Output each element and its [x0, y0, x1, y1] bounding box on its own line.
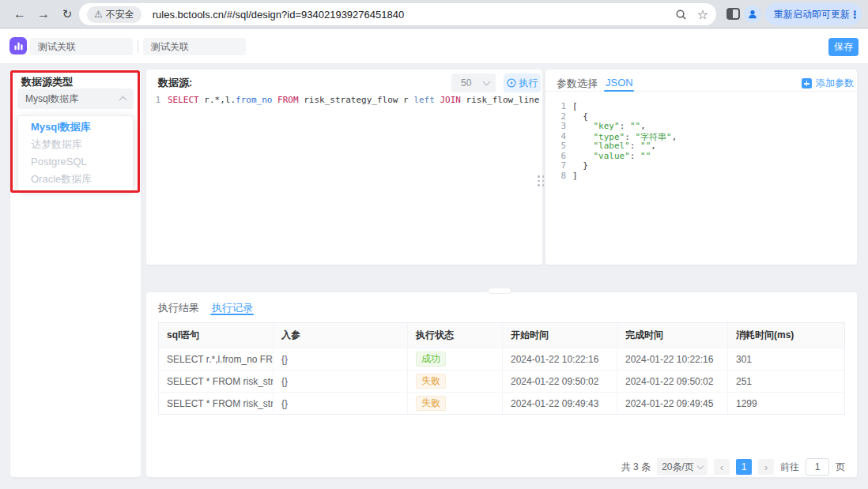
- row-limit-value: 50: [461, 77, 471, 88]
- option-dameng[interactable]: 达梦数据库: [18, 136, 133, 153]
- header-divider: [138, 40, 138, 53]
- active-tab-underline: [604, 90, 634, 92]
- status-badge: 失败: [416, 396, 446, 411]
- page-size-value: 20条/页: [662, 461, 694, 474]
- tab-exec-result[interactable]: 执行结果: [158, 301, 199, 315]
- person-icon: [747, 9, 758, 20]
- json-line: 6 "value": "": [545, 151, 857, 161]
- sql-token: from_no: [236, 95, 277, 105]
- page-size-select[interactable]: 20条/页: [657, 458, 708, 476]
- back-icon[interactable]: ←: [9, 4, 30, 24]
- page-1-button[interactable]: 1: [736, 459, 752, 475]
- relaunch-update-button[interactable]: 重新启动即可更新 ⋮: [765, 3, 862, 25]
- col-sql: sql语句: [159, 323, 274, 348]
- prev-page-button[interactable]: ‹: [714, 459, 730, 475]
- app-header: 保存: [0, 29, 868, 63]
- json-editor[interactable]: 1[ 2 { 3 "key": "", 4 "type": "字符串", 5 "…: [545, 101, 857, 180]
- params-panel: 参数选择 JSON 添加参数 1[ 2 { 3 "key": "", 4 "ty…: [545, 70, 857, 265]
- chevron-down-icon: [483, 78, 491, 86]
- status-badge: 成功: [416, 352, 446, 367]
- pagination: 共 3 条 20条/页 ‹ 1 › 前往 页: [621, 457, 845, 476]
- sql-token: risk_flow_line l: [466, 95, 556, 105]
- forward-icon[interactable]: →: [33, 4, 54, 24]
- json-line: 1[: [545, 101, 857, 111]
- option-postgresql[interactable]: PostgreSQL: [18, 153, 133, 171]
- panel-splitter-handle[interactable]: [538, 175, 545, 188]
- warning-icon: ⚠: [94, 9, 103, 20]
- json-line: 5 "label": "",: [545, 141, 857, 151]
- row-limit-select[interactable]: 50: [451, 73, 496, 92]
- datasource-dropdown: Mysql数据库 达梦数据库 PostgreSQL Oracle数据库: [17, 115, 134, 191]
- json-line: 4 "type": "字符串",: [545, 131, 857, 141]
- browser-toolbar: ← → ↻ ⚠ 不安全 rules.bctools.cn/#/sql/desig…: [0, 0, 868, 28]
- results-panel: 执行结果 执行记录 sql语句 入参 执行状态 开始时间 完成时间 消耗时间(m…: [146, 292, 857, 477]
- table-row: SELECT r.*,l.from_no FROM r... {} 成功 202…: [159, 348, 844, 370]
- play-circle-icon: [507, 78, 516, 88]
- url-text: rules.bctools.cn/#/sql/design?id=9340219…: [153, 9, 669, 21]
- tab-json[interactable]: JSON: [606, 77, 633, 88]
- table-row: SELECT * FROM risk_strateg... {} 失败 2024…: [159, 392, 844, 414]
- goto-unit: 页: [836, 461, 845, 474]
- execute-button[interactable]: 执行: [504, 73, 541, 92]
- datasource-select[interactable]: Mysql数据库: [17, 88, 134, 109]
- datasource-select-value: Mysql数据库: [25, 92, 78, 106]
- rule-name-input[interactable]: [30, 38, 133, 55]
- datasource-sidebar: 数据源类型 Mysql数据库 Mysql数据库 达梦数据库 PostgreSQL…: [10, 70, 141, 477]
- status-badge: 失败: [416, 374, 446, 389]
- col-cost: 消耗时间(ms): [728, 323, 844, 348]
- bookmark-star-icon[interactable]: ☆: [697, 7, 708, 22]
- chevron-down-icon: [697, 462, 704, 468]
- sql-token: risk_strategy_flow r: [304, 95, 413, 105]
- history-table: sql语句 入参 执行状态 开始时间 完成时间 消耗时间(ms) SELECT …: [158, 322, 845, 415]
- search-icon[interactable]: [675, 9, 687, 21]
- goto-page-input[interactable]: [806, 458, 829, 476]
- plus-icon: [802, 78, 812, 88]
- side-panel-icon[interactable]: [726, 8, 740, 20]
- json-line: 7 }: [545, 160, 857, 171]
- col-status: 执行状态: [408, 323, 503, 348]
- option-oracle[interactable]: Oracle数据库: [18, 171, 133, 188]
- table-header-row: sql语句 入参 执行状态 开始时间 完成时间 消耗时间(ms): [159, 323, 844, 348]
- rule-name-input-secondary[interactable]: [143, 38, 246, 55]
- profile-avatar[interactable]: [744, 6, 761, 23]
- sql-token: FROM: [277, 95, 304, 105]
- relaunch-update-label: 重新启动即可更新: [774, 8, 850, 21]
- col-end-time: 完成时间: [617, 323, 728, 348]
- reload-icon[interactable]: ↻: [57, 4, 77, 24]
- security-chip[interactable]: ⚠ 不安全: [87, 6, 142, 23]
- datasource-type-title: 数据源类型: [21, 75, 73, 89]
- table-row: SELECT * FROM risk_strateg... {} 失败 2024…: [159, 370, 844, 392]
- save-button[interactable]: 保存: [828, 38, 859, 56]
- sql-editor-panel: 数据源: 50 执行 1 SELECT r.*,l.from_no FROM r…: [146, 70, 542, 265]
- tab-param-select[interactable]: 参数选择: [557, 77, 598, 91]
- chevron-up-icon: [119, 96, 127, 104]
- sql-token: r.*,l.: [204, 95, 236, 105]
- col-params: 入参: [274, 323, 408, 348]
- total-count: 共 3 条: [621, 461, 651, 474]
- sql-token: SELECT: [168, 95, 204, 105]
- json-line: 8]: [545, 171, 857, 181]
- next-page-button[interactable]: ›: [758, 459, 774, 475]
- option-mysql[interactable]: Mysql数据库: [18, 118, 133, 136]
- sql-token: JOIN: [440, 95, 466, 105]
- add-param-button[interactable]: 添加参数: [802, 77, 854, 90]
- security-label: 不安全: [106, 8, 134, 21]
- col-start-time: 开始时间: [503, 323, 617, 348]
- datasource-label: 数据源:: [158, 76, 192, 90]
- sql-token: left: [413, 95, 440, 105]
- json-line: 2 {: [545, 111, 857, 122]
- line-number: 1: [153, 95, 160, 105]
- add-param-label: 添加参数: [816, 77, 854, 90]
- goto-label: 前往: [780, 461, 799, 474]
- active-tab-underline: [210, 314, 254, 315]
- app-logo-icon: [9, 37, 27, 55]
- bar-chart-icon: [13, 41, 24, 51]
- address-bar[interactable]: ⚠ 不安全 rules.bctools.cn/#/sql/design?id=9…: [79, 3, 716, 25]
- screen: ← → ↻ ⚠ 不安全 rules.bctools.cn/#/sql/desig…: [0, 0, 868, 489]
- browser-menu-icon[interactable]: ⋮: [850, 9, 860, 21]
- horizontal-splitter-handle[interactable]: [488, 288, 511, 294]
- execute-label: 执行: [519, 77, 538, 90]
- json-line: 3 "key": "",: [545, 121, 857, 131]
